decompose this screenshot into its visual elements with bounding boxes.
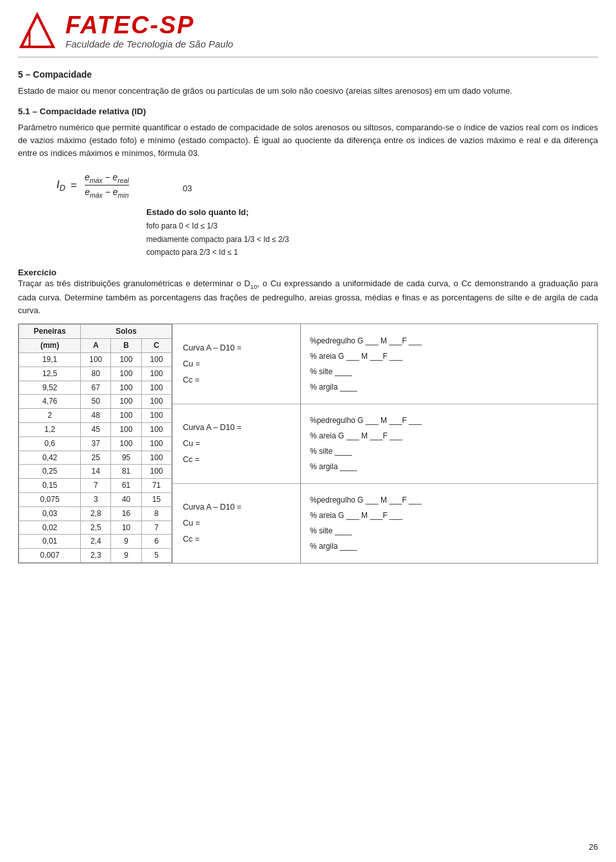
header-subtitle: Faculdade de Tecnologia de São Paulo [65,39,233,49]
formula-denom: emáx − emin [85,185,128,199]
table-cell: 95 [111,451,141,465]
table-cell: 0,15 [19,479,81,493]
resultado-cell-1: %pedregulho G ___ M ___F ___% areia G __… [301,404,597,484]
resultado-line: % silte ____ [310,364,588,379]
table-cell: 100 [111,422,141,436]
table-cell: 0,007 [19,549,81,563]
exercise-body1: Traçar as três distribuições granulométr… [18,279,250,288]
state-line3: compacto para 2/3 < Id ≤ 1 [146,246,598,259]
table-cell: 100 [141,353,171,367]
table-cell: 67 [81,381,111,395]
table-cell: 2,8 [81,506,111,521]
section5-title: 5 – Compacidade [18,69,598,80]
header: FATEC-SP Faculdade de Tecnologia de São … [18,12,598,58]
table-cell: 100 [141,366,171,381]
table-cell: 2,4 [81,535,111,549]
peneiras-table: Peneiras Solos (mm) A B C 19,11001001001… [19,324,172,563]
exercise-title: Exercício [18,268,598,277]
table-cell: 50 [81,395,111,409]
state-block: Estado do solo quanto Id; fofo para 0 < … [146,205,598,259]
resultado-line: % argila ____ [310,459,588,474]
state-title: Estado do solo quanto Id; [146,205,598,220]
table-cell: 4,76 [19,395,81,409]
table-cell: 100 [111,395,141,409]
th-peneiras: Peneiras [19,325,81,339]
table-cell: 100 [111,353,141,367]
resultado-line: % silte ____ [310,444,588,459]
section51-title: 5.1 – Compacidade relativa (ID) [18,107,598,116]
table-cell: 81 [111,465,141,479]
curva-2-cc: Cc = [183,531,290,547]
table-cell: 100 [111,409,141,423]
state-line2: mediamente compacto para 1/3 < Id ≤ 2/3 [146,233,598,246]
table-cell: 0,25 [19,465,81,479]
resultado-cell-2: %pedregulho G ___ M ___F ___% areia G __… [301,484,597,563]
curva-cell-0: Curva A – D10 = Cu = Cc = [173,324,300,404]
table-cell: 100 [111,436,141,451]
table-cell: 48 [81,409,111,423]
resultado-line: % areia G ___ M ___F ___ [310,349,588,364]
curva-2-cu: Cu = [183,515,290,531]
table-cell: 100 [141,436,171,451]
col-curvas: Curva A – D10 = Cu = Cc = Curva A – D10 … [173,324,301,563]
table-cell: 15 [141,492,171,506]
resultado-line: % areia G ___ M ___F ___ [310,508,588,523]
formula-fraction: emáx − ereal emáx − emin [85,172,129,200]
resultado-line: % argila ____ [310,539,588,554]
table-cell: 9 [111,549,141,563]
formula-block: ID = emáx − ereal emáx − emin 03 [56,172,598,200]
table-cell: 9 [111,535,141,549]
curva-cell-2: Curva A – D10 = Cu = Cc = [173,484,300,563]
th-a: A [81,339,111,353]
table-cell: 12,5 [19,366,81,381]
section51-body1: Parâmetro numérico que permite quantific… [18,121,598,160]
exercise-d-sub: 10 [250,279,257,288]
fatec-logo [18,12,56,50]
header-title-block: FATEC-SP Faculdade de Tecnologia de São … [65,13,233,49]
state-line1: fofo para 0 < Id ≤ 1/3 [146,220,598,232]
curva-cell-1: Curva A – D10 = Cu = Cc = [173,404,300,484]
table-cell: 0,6 [19,436,81,451]
resultado-line: % areia G ___ M ___F ___ [310,428,588,444]
table-cell: 71 [141,479,171,493]
svg-marker-0 [21,15,53,47]
curva-0-cc: Cc = [183,372,290,388]
table-cell: 7 [81,479,111,493]
table-cell: 14 [81,465,111,479]
table-cell: 80 [81,366,111,381]
th-solos: Solos [81,325,172,339]
table-cell: 100 [141,465,171,479]
table-cell: 100 [81,353,111,367]
table-cell: 16 [111,506,141,521]
table-cell: 45 [81,422,111,436]
th-b: B [111,339,141,353]
col-peneiras: Peneiras Solos (mm) A B C 19,11001001001… [19,324,173,563]
table-cell: 3 [81,492,111,506]
table-cell: 9,52 [19,381,81,395]
table-cell: 100 [111,381,141,395]
table-cell: 100 [141,381,171,395]
table-cell: 100 [141,451,171,465]
resultado-line: % argila ____ [310,379,588,395]
exercise: Exercício Traçar as três distribuições g… [18,268,598,317]
table-cell: 61 [111,479,141,493]
th-c: C [141,339,171,353]
table-cell: 5 [141,549,171,563]
formula-id-label: ID [56,178,65,193]
table-cell: 10 [111,521,141,535]
table-cell: 25 [81,451,111,465]
table-area: Peneiras Solos (mm) A B C 19,11001001001… [18,323,598,564]
table-cell: 7 [141,521,171,535]
table-cell: 0,02 [19,521,81,535]
formula-numer: emáx − ereal [85,172,129,186]
svg-line-2 [30,15,37,30]
curva-0-label: Curva A – D10 = [183,340,290,356]
curva-2-label: Curva A – D10 = [183,499,290,515]
table-cell: 8 [141,506,171,521]
curva-1-label: Curva A – D10 = [183,420,290,436]
curva-1-cc: Cc = [183,452,290,468]
formula-subscript: D [60,183,65,193]
table-cell: 0,075 [19,492,81,506]
resultado-cell-0: %pedregulho G ___ M ___F ___% areia G __… [301,324,597,404]
resultado-line: %pedregulho G ___ M ___F ___ [310,333,588,349]
